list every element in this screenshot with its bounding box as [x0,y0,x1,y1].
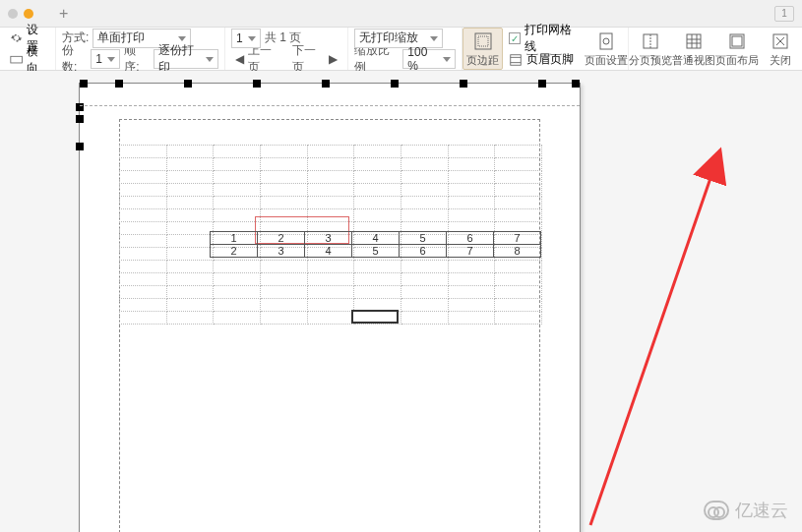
gear-icon [10,31,23,45]
svg-rect-0 [11,56,23,63]
page-preview: 1234567 2345678 [79,83,581,532]
watermark: 亿速云 [704,499,788,522]
svg-rect-6 [600,33,612,49]
dot-icon [8,9,18,19]
data-table: 1234567 2345678 [210,231,541,258]
data-cell: 7 [494,232,541,245]
annotation-arrow [571,151,728,532]
data-cell: 6 [400,245,447,258]
gridlines-checkbox[interactable]: ✓ [509,32,520,44]
dot-icon [24,9,33,19]
window-count-badge[interactable]: 1 [774,6,794,22]
titlebar: + 1 [0,0,802,28]
margin-button[interactable]: 页边距 [463,28,503,70]
active-cell [351,310,399,324]
page-setup-icon [596,31,616,51]
data-cell: 4 [305,245,352,258]
data-cell: 2 [258,232,305,245]
preview-canvas[interactable]: 1234567 2345678 亿速云 [0,71,802,532]
close-icon [771,31,790,51]
pagebreak-preview-button[interactable]: 分页预览 [629,28,672,70]
next-page-button[interactable]: 下一页 ▶ [288,49,341,69]
data-cell: 6 [447,232,494,245]
zoom-ratio-select[interactable]: 100 % [402,49,456,69]
svg-rect-3 [511,54,522,65]
page-spin[interactable]: 1 [231,29,261,48]
data-cell: 7 [447,245,494,258]
chevron-right-icon: ▶ [329,52,338,66]
svg-rect-2 [478,36,488,46]
data-cell: 8 [494,245,541,258]
svg-rect-16 [732,36,742,46]
prev-page-button[interactable]: ◀ 上一页 [231,49,284,69]
data-cell: 1 [211,232,258,245]
svg-rect-10 [687,34,701,48]
data-cell: 3 [258,245,305,258]
header-footer-icon [509,53,523,67]
page-layout-button[interactable]: 页面布局 [715,28,759,70]
watermark-icon [704,501,729,520]
page-setup-button[interactable]: 页面设置 [585,28,628,70]
normal-view-button[interactable]: 普通视图 [672,28,715,70]
copies-select[interactable]: 1 [91,49,120,69]
svg-point-7 [603,38,609,44]
data-cell: 4 [352,232,400,245]
pagebreak-icon [641,31,660,51]
data-cell: 5 [352,245,400,258]
print-toolbar: 设置 横向 方式: 单面打印 份数: 1 顺序: 逐份打印 1 共 1 页 ◀ [0,28,802,71]
chevron-left-icon: ◀ [235,52,244,66]
order-select[interactable]: 逐份打印 [154,49,218,69]
svg-line-20 [590,155,718,525]
orientation-icon [10,53,23,67]
svg-rect-1 [475,33,491,49]
header-footer-button[interactable]: 页眉页脚 [526,51,574,68]
margin-icon [473,31,493,51]
new-tab-button[interactable]: + [59,5,68,23]
page-layout-icon [727,31,747,51]
data-cell: 5 [400,232,447,245]
normal-view-icon [684,31,704,51]
close-button[interactable]: 关闭 [759,28,802,70]
data-cell: 3 [305,232,352,245]
data-cell: 2 [211,245,258,258]
